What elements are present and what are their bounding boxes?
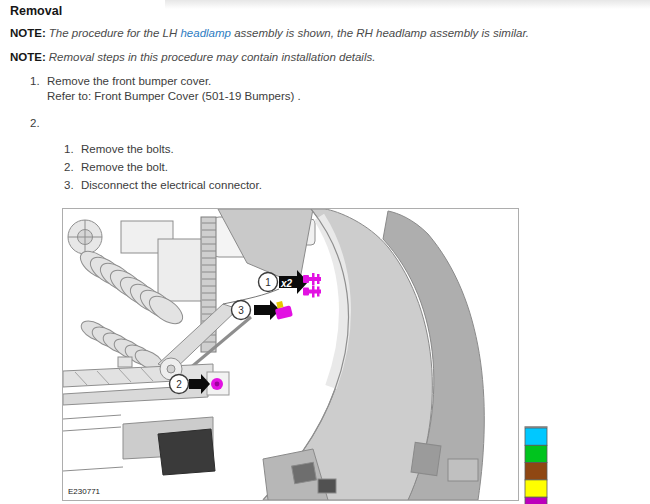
step-1: 1.Remove the front bumper cover. Refer t…	[30, 74, 301, 103]
callout-3-number: 3	[238, 305, 244, 316]
note-installation: NOTE:Removal steps in this procedure may…	[10, 50, 630, 64]
substep-number: 1.	[64, 142, 77, 156]
note-text: Removal steps in this procedure may cont…	[49, 51, 376, 63]
page-title: Removal	[10, 4, 62, 18]
figure-diagram: x2 1 3 2 E230771	[63, 209, 518, 500]
legend-swatch-green	[525, 445, 547, 462]
legend-swatch-magenta	[525, 497, 547, 504]
headlamp-link[interactable]: headlamp	[180, 27, 231, 39]
legend-swatch-cyan	[525, 428, 547, 445]
note-label: NOTE:	[10, 51, 46, 63]
step-number: 2.	[30, 116, 43, 131]
note-headlamp: NOTE:The procedure for the LH headlamp a…	[10, 26, 630, 40]
substep-list: 1.Remove the bolts. 2.Remove the bolt. 3…	[64, 142, 262, 196]
color-legend-swatches	[524, 426, 549, 504]
figure-id-label: E230771	[68, 487, 101, 496]
step-2: 2.	[30, 116, 47, 131]
substep-number: 2.	[64, 160, 77, 174]
note-text-pre: The procedure for the LH	[49, 27, 181, 39]
step-number: 1.	[30, 74, 43, 89]
figure-e230771: x2 1 3 2 E230771	[62, 208, 519, 501]
bolt-center-art	[215, 382, 220, 387]
substep-1: 1.Remove the bolts.	[64, 142, 262, 160]
substep-number: 3.	[64, 178, 77, 192]
substep-2: 2.Remove the bolt.	[64, 160, 262, 178]
arrow-x2-label: x2	[280, 278, 293, 289]
refer-link: Refer to: Front Bumper Cover (501-19 Bum…	[30, 89, 301, 104]
substep-text: Remove the bolt.	[81, 161, 168, 173]
substep-text: Disconnect the electrical connector.	[81, 179, 262, 191]
page-top-shadow	[165, 0, 650, 9]
color-legend	[524, 426, 549, 504]
callout-1-number: 1	[265, 277, 271, 288]
legend-swatch-brown	[525, 463, 547, 480]
step-text: Remove the front bumper cover.	[47, 75, 211, 87]
legend-swatch-yellow	[525, 480, 547, 497]
substep-3: 3.Disconnect the electrical connector.	[64, 178, 262, 196]
substep-text: Remove the bolts.	[81, 143, 174, 155]
callout-2-number: 2	[176, 379, 182, 390]
note-text-post: assembly is shown, the RH headlamp assem…	[231, 27, 529, 39]
note-label: NOTE:	[10, 27, 46, 39]
